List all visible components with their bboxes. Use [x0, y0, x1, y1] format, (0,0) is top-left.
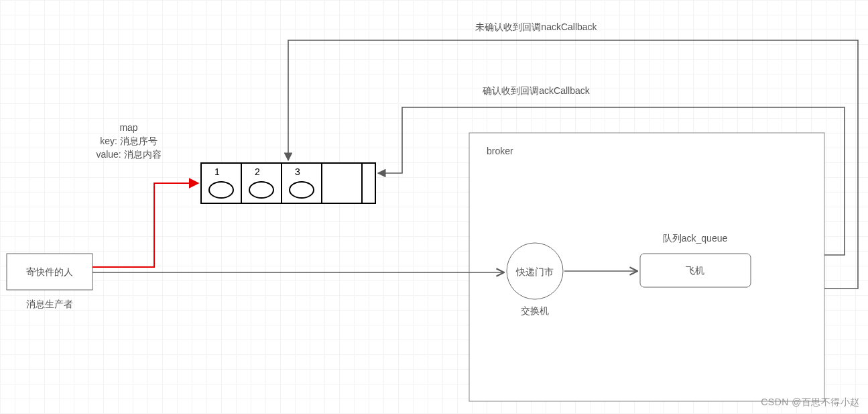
map-caption: map key: 消息序号 value: 消息内容: [96, 122, 161, 160]
nack-callback-label: 未确认收到回调nackCallback: [475, 21, 597, 32]
diagram-svg: 寄快件的人 消息生产者 map key: 消息序号 value: 消息内容 1 …: [0, 0, 868, 414]
ack-callback-label: 确认收到回调ackCallback: [482, 85, 590, 96]
map-cell-3-num: 3: [295, 166, 300, 177]
producer-caption: 消息生产者: [26, 299, 73, 309]
queue-title: 队列ack_queue: [663, 233, 728, 244]
edge-producer-to-map: [92, 183, 198, 267]
map-key: key: 消息序号: [100, 136, 158, 146]
exchange-caption: 交换机: [521, 305, 549, 316]
broker-title: broker: [487, 146, 513, 156]
diagram-canvas: 寄快件的人 消息生产者 map key: 消息序号 value: 消息内容 1 …: [0, 0, 868, 414]
map-title: map: [119, 122, 137, 133]
map-cell-1-num: 1: [214, 166, 220, 177]
outstanding-map: 1 2 3: [201, 163, 375, 203]
map-value: value: 消息内容: [96, 149, 161, 160]
exchange-label: 快递门市: [515, 266, 554, 277]
producer-label: 寄快件的人: [26, 266, 73, 277]
queue-label: 飞机: [686, 265, 704, 276]
producer-box: 寄快件的人 消息生产者: [7, 254, 92, 309]
map-cell-2-num: 2: [255, 166, 260, 177]
